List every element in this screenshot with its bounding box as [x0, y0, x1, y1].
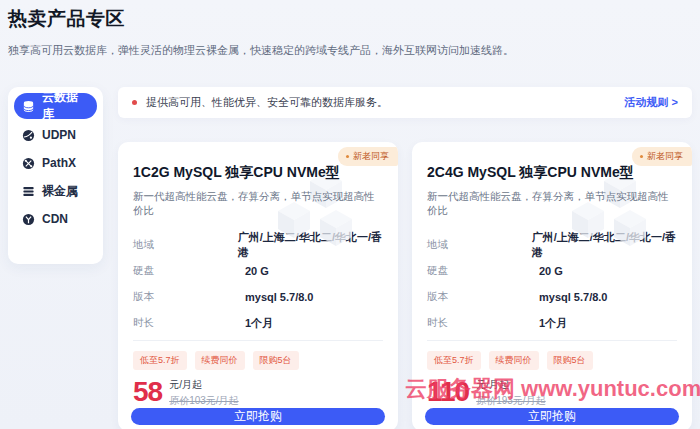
globe-icon: [22, 129, 35, 142]
spec-value: 1个月: [245, 316, 273, 331]
activity-rules-link[interactable]: 活动规则 >: [625, 95, 678, 110]
notice-bar: 提供高可用、性能优异、安全可靠的数据库服务。 活动规则 >: [118, 87, 692, 118]
spec-label: 地域: [427, 238, 532, 252]
spec-row-duration: 时长 1个月: [133, 310, 383, 336]
price-value: 58: [133, 378, 162, 406]
spec-row-version: 版本 mysql 5.7/8.0: [427, 284, 677, 310]
sidebar-item-label: 裸金属: [42, 183, 78, 200]
notice-text: 提供高可用、性能优异、安全可靠的数据库服务。: [146, 95, 388, 110]
sidebar-item-cloud-database[interactable]: 云数据库: [14, 93, 97, 119]
promo-tag: 低至5.7折: [427, 351, 481, 370]
content-area: 云数据库 UDPN: [8, 87, 692, 429]
spec-row-region: 地域 广州/上海二/华北二/华北一/香港: [427, 232, 677, 258]
sidebar-item-cdn[interactable]: CDN: [14, 205, 97, 233]
spec-value: 1个月: [539, 316, 567, 331]
original-price: 原价193元/月起: [476, 394, 545, 408]
card-divider: [133, 340, 383, 341]
spec-label: 版本: [427, 290, 539, 304]
price-side: 元/月起 原价193元/月起: [476, 378, 545, 408]
spec-row-region: 地域 广州/上海二/华北二/华北一/香港: [133, 232, 383, 258]
sidebar-item-label: UDPN: [42, 128, 76, 142]
server-icon: [22, 185, 35, 198]
spec-value: mysql 5.7/8.0: [245, 291, 314, 303]
promo-badge: 新老同享: [632, 147, 692, 166]
badge-label: 新老同享: [647, 150, 683, 163]
sidebar-item-label: 云数据库: [42, 89, 89, 123]
spec-row-disk: 硬盘 20 G: [427, 258, 677, 284]
notice-dot-icon: [132, 100, 137, 105]
spec-label: 时长: [427, 316, 539, 330]
spec-row-disk: 硬盘 20 G: [133, 258, 383, 284]
promo-tags: 低至5.7折 续费同价 限购5台: [427, 351, 677, 370]
price-unit: 元/月起: [476, 378, 545, 392]
promo-tag: 续费同价: [489, 351, 539, 370]
spec-value: 20 G: [539, 265, 563, 277]
promo-tag: 限购5台: [253, 351, 299, 370]
product-title: 1C2G MySQL 独享CPU NVMe型: [133, 164, 383, 182]
price-block: 58 元/月起 原价103元/月起: [133, 378, 383, 408]
sidebar-item-label: CDN: [42, 212, 68, 226]
spec-list: 地域 广州/上海二/华北二/华北一/香港 硬盘 20 G 版本 mysql 5.…: [427, 232, 677, 336]
promo-tags: 低至5.7折 续费同价 限购5台: [133, 351, 383, 370]
spec-list: 地域 广州/上海二/华北二/华北一/香港 硬盘 20 G 版本 mysql 5.…: [133, 232, 383, 336]
price-block: 110 元/月起 原价193元/月起: [427, 378, 677, 408]
spec-label: 时长: [133, 316, 245, 330]
main-panel: 提供高可用、性能优异、安全可靠的数据库服务。 活动规则 > 新老同享: [118, 87, 692, 429]
badge-label: 新老同享: [353, 150, 389, 163]
spec-value: 广州/上海二/华北二/华北一/香港: [238, 230, 383, 260]
price-value: 110: [427, 378, 469, 406]
spec-value: 20 G: [245, 265, 269, 277]
product-title: 2C4G MySQL 独享CPU NVMe型: [427, 164, 677, 182]
spec-row-version: 版本 mysql 5.7/8.0: [133, 284, 383, 310]
sidebar-item-label: PathX: [42, 156, 76, 170]
original-price: 原价103元/月起: [169, 394, 238, 408]
badge-dot-icon: [640, 155, 643, 158]
product-card: 新老同享: [412, 142, 692, 429]
cdn-icon: [22, 213, 35, 226]
spec-label: 硬盘: [133, 264, 245, 278]
spec-value: mysql 5.7/8.0: [539, 291, 608, 303]
product-description: 新一代超高性能云盘，存算分离，单节点实现超高性价比: [427, 190, 677, 218]
product-cards: 新老同享: [118, 142, 692, 429]
card-divider: [427, 340, 677, 341]
spec-label: 地域: [133, 238, 238, 252]
promo-tag: 续费同价: [195, 351, 245, 370]
hot-products-page: 热卖产品专区 独享高可用云数据库，弹性灵活的物理云裸金属，快速稳定的跨域专线产品…: [0, 0, 700, 429]
buy-now-button[interactable]: 立即抢购: [131, 408, 385, 425]
sidebar: 云数据库 UDPN: [8, 87, 103, 264]
page-title: 热卖产品专区: [8, 6, 692, 32]
promo-tag: 低至5.7折: [133, 351, 187, 370]
spec-row-duration: 时长 1个月: [427, 310, 677, 336]
spec-value: 广州/上海二/华北二/华北一/香港: [532, 230, 677, 260]
product-description: 新一代超高性能云盘，存算分离，单节点实现超高性价比: [133, 190, 383, 218]
sidebar-item-pathx[interactable]: PathX: [14, 149, 97, 177]
database-icon: [22, 100, 35, 113]
sidebar-item-udpn[interactable]: UDPN: [14, 121, 97, 149]
spec-label: 硬盘: [427, 264, 539, 278]
page-subtitle: 独享高可用云数据库，弹性灵活的物理云裸金属，快速稳定的跨域专线产品，海外互联网访…: [8, 43, 692, 58]
badge-dot-icon: [346, 155, 349, 158]
buy-now-button[interactable]: 立即抢购: [425, 408, 679, 425]
price-unit: 元/月起: [169, 378, 238, 392]
promo-badge: 新老同享: [338, 147, 398, 166]
spec-label: 版本: [133, 290, 245, 304]
network-icon: [22, 157, 35, 170]
sidebar-item-bare-metal[interactable]: 裸金属: [14, 177, 97, 205]
promo-tag: 限购5台: [547, 351, 593, 370]
product-card: 新老同享: [118, 142, 398, 429]
price-side: 元/月起 原价103元/月起: [169, 378, 238, 408]
